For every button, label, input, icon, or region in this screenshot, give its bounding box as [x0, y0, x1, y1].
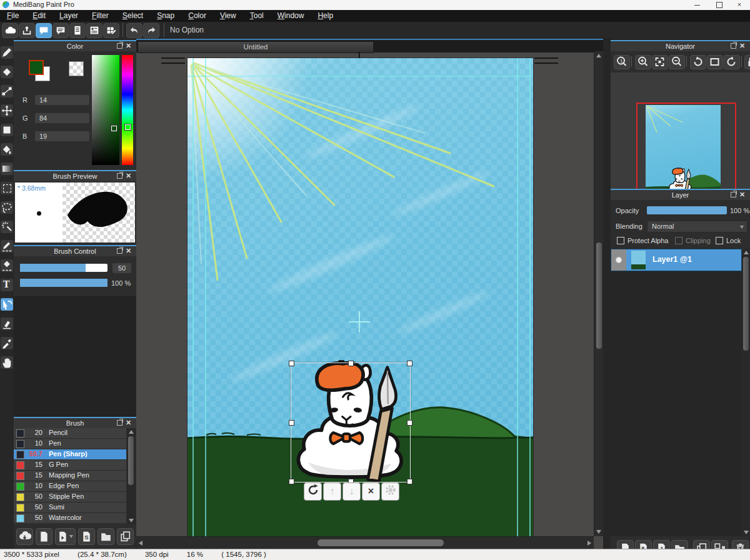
fit-screen-button[interactable]	[652, 55, 668, 69]
menu-file[interactable]: File	[0, 10, 26, 21]
brush-size-value[interactable]: 50	[112, 263, 131, 273]
duplicate-layer-button[interactable]	[693, 540, 710, 549]
operation-tool[interactable]	[1, 298, 13, 311]
merge-layer-button[interactable]	[711, 540, 728, 549]
selection-box[interactable]	[291, 362, 411, 482]
select-eraser-tool[interactable]	[1, 259, 13, 272]
select-pen-tool[interactable]	[1, 240, 13, 252]
canvas-horizontal-scrollbar[interactable]	[136, 536, 594, 549]
canvas-document[interactable]: ↑ ↓ ×	[188, 58, 533, 536]
close-panel-icon[interactable]: ✕	[739, 43, 746, 49]
edit-grid-button[interactable]	[103, 23, 119, 38]
zoom-out-button[interactable]	[669, 55, 685, 69]
menu-layer[interactable]: Layer	[52, 10, 85, 21]
brush-list-scrollbar[interactable]	[127, 428, 136, 524]
layer-visibility-column[interactable]	[611, 249, 626, 271]
comment-button[interactable]	[36, 23, 52, 38]
eraser-tool[interactable]	[1, 66, 13, 78]
cancel-button[interactable]: ×	[362, 482, 380, 501]
select-lasso-tool[interactable]	[1, 201, 13, 214]
brush-tool[interactable]	[1, 46, 13, 59]
brush-item-sumi[interactable]: 50Sumi	[14, 502, 126, 513]
new-1bit-layer-button[interactable]: 1	[653, 540, 670, 549]
publish-button[interactable]	[19, 23, 35, 38]
canvas-tab[interactable]: Untitled	[138, 41, 374, 53]
hue-bar[interactable]	[122, 55, 133, 165]
bucket-tool[interactable]	[1, 143, 13, 156]
layer-folder-button[interactable]	[671, 540, 688, 549]
message-button[interactable]	[52, 23, 69, 38]
popout-icon[interactable]	[117, 173, 122, 179]
zoom-100-button[interactable]: 1	[614, 55, 630, 69]
selection-handle[interactable]	[348, 361, 354, 366]
delete-layer-button[interactable]	[732, 540, 749, 549]
minimize-button[interactable]	[689, 1, 705, 9]
material-list-button[interactable]	[86, 23, 102, 38]
close-panel-icon[interactable]: ✕	[126, 43, 132, 49]
script-brush-button[interactable]: S	[78, 528, 95, 545]
scrollbar-thumb[interactable]	[743, 257, 749, 351]
sv-marker[interactable]	[111, 126, 117, 131]
popout-icon[interactable]	[731, 43, 736, 49]
new-8bit-layer-button[interactable]: 8	[635, 540, 652, 549]
rotate-button[interactable]	[304, 482, 322, 501]
navigator-thumbnail-area[interactable]	[611, 72, 750, 189]
blending-dropdown[interactable]: Normal	[647, 221, 748, 232]
undo-button[interactable]	[126, 23, 142, 38]
menu-view[interactable]: View	[213, 10, 243, 21]
canvas-vertical-scrollbar[interactable]	[594, 51, 603, 536]
scroll-up-arrow[interactable]	[596, 54, 601, 58]
scroll-up-arrow[interactable]	[129, 430, 134, 434]
selection-handle[interactable]	[289, 361, 294, 366]
rotate-cw-button[interactable]	[724, 55, 740, 69]
brush-item-stipple-pen[interactable]: 50Stipple Pen	[14, 492, 126, 502]
gradient-tool[interactable]	[1, 162, 13, 175]
brush-item-mapping-pen[interactable]: 15Mapping Pen	[14, 471, 126, 481]
restore-button[interactable]	[711, 1, 728, 9]
eyedropper-tool[interactable]	[1, 337, 13, 349]
close-panel-icon[interactable]: ✕	[126, 420, 132, 426]
menu-window[interactable]: Window	[271, 10, 311, 21]
brush-size-slider[interactable]	[20, 264, 108, 272]
cloud-button[interactable]	[2, 23, 18, 38]
blue-value-field[interactable]: 19	[35, 131, 89, 141]
layer-row-layer1[interactable]: Layer1 @1	[611, 249, 742, 271]
shape-fill-tool[interactable]	[1, 124, 13, 136]
scroll-left-arrow[interactable]	[139, 541, 142, 546]
popout-icon[interactable]	[117, 420, 122, 426]
hue-marker[interactable]	[125, 124, 131, 130]
saturation-value-picker[interactable]	[92, 55, 119, 165]
select-rect-tool[interactable]	[1, 182, 13, 194]
brush-cloud-download-button[interactable]	[16, 528, 33, 545]
document-button[interactable]	[69, 23, 86, 38]
brush-opacity-slider[interactable]	[20, 279, 108, 287]
scrollbar-thumb[interactable]	[318, 539, 444, 546]
visibility-dot-icon[interactable]	[616, 257, 622, 263]
clipping-checkbox[interactable]: Clipping	[675, 237, 711, 244]
popout-icon[interactable]	[117, 43, 122, 49]
new-brush-button[interactable]	[36, 528, 52, 545]
new-layer-button[interactable]	[617, 540, 634, 549]
menu-filter[interactable]: Filter	[85, 10, 116, 21]
menu-help[interactable]: Help	[311, 10, 340, 21]
green-value-field[interactable]: 84	[35, 113, 89, 123]
red-value-field[interactable]: 14	[35, 95, 89, 105]
selection-handle[interactable]	[407, 361, 412, 366]
close-panel-icon[interactable]: ✕	[126, 248, 132, 254]
close-panel-icon[interactable]: ✕	[739, 192, 746, 198]
navigator-view-rectangle[interactable]	[636, 102, 736, 189]
menu-edit[interactable]: Edit	[26, 10, 52, 21]
brush-item-watercolor[interactable]: 50Watercolor	[14, 513, 126, 524]
selection-handle[interactable]	[289, 420, 294, 426]
move-up-button[interactable]: ↑	[323, 482, 341, 501]
menu-select[interactable]: Select	[116, 10, 150, 21]
transparent-color-swatch[interactable]	[69, 61, 84, 76]
close-panel-icon[interactable]: ✕	[126, 173, 132, 179]
divide-tool[interactable]	[1, 318, 13, 330]
lock-checkbox[interactable]: Lock	[716, 237, 741, 244]
scroll-up-arrow[interactable]	[744, 251, 749, 254]
menu-snap[interactable]: Snap	[150, 10, 181, 21]
scroll-down-arrow[interactable]	[744, 531, 749, 534]
brush-item-g-pen[interactable]: 15G Pen	[14, 460, 126, 471]
brush-item-pencil[interactable]: 20Pencil	[14, 428, 126, 439]
